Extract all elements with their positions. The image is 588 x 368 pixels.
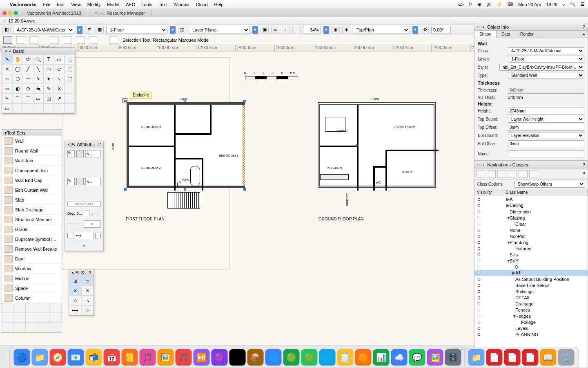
ts-mode-11[interactable] (2, 323, 14, 332)
dock[interactable]: 🔵📁🧭📧📬📅📒🎵🖼️🎵⏯️🟣Ⓥ📦🌐🟢🟢🌐🗒️🟠📊☁️💬🖼️🗄️📁📄📄📄📖🗑️ (9, 347, 579, 368)
tool-21[interactable]: ▱ (2, 84, 12, 94)
dock-app-13[interactable]: 📦 (247, 349, 264, 366)
tool-31[interactable]: ▭ (33, 94, 43, 103)
ts-mode-5[interactable] (50, 303, 62, 313)
snap-edge-icon[interactable]: ↘ (81, 296, 94, 305)
clock-time[interactable]: 18:29 (546, 2, 557, 7)
zoom-dropdown-arrow[interactable]: ▾ (323, 26, 329, 34)
tool-15[interactable]: ⬡ (12, 74, 22, 84)
ground-floor-plan[interactable]: DINING KITCHEN LIVING ROOM STUDY WC (318, 102, 436, 188)
tool-40[interactable] (54, 103, 64, 113)
traffic-min[interactable] (8, 11, 12, 15)
menu-model[interactable]: Model (107, 2, 119, 7)
toolset-slab[interactable]: Slab (2, 195, 62, 205)
toolset-column[interactable]: Column (2, 293, 62, 303)
tool-13[interactable]: ⬚ (65, 64, 75, 74)
zoom-out-icon[interactable]: − (292, 26, 301, 34)
app-name[interactable]: Vectorworks (10, 2, 36, 7)
mode-oval-icon[interactable] (76, 36, 85, 44)
tool-7[interactable]: ✕ (2, 64, 12, 74)
volume-icon[interactable]: 🔊 (486, 2, 492, 7)
mode-poly-icon[interactable] (29, 36, 38, 44)
snap-intersect-icon[interactable]: ✕ (81, 286, 94, 296)
wifi-icon[interactable]: ◉ (477, 2, 481, 7)
bot-offset-field[interactable] (508, 140, 584, 147)
plane-dropdown-arrow[interactable]: ▾ (252, 26, 258, 34)
menu-window[interactable]: Window (174, 2, 189, 7)
dock-app-28[interactable]: 📄 (522, 349, 539, 366)
tool-8[interactable]: ◯ (12, 64, 22, 74)
class-row[interactable]: Buildings (474, 288, 588, 294)
nav-sheet-icon[interactable] (497, 170, 506, 177)
dock-icon[interactable]: ⇱ (76, 270, 79, 276)
toolset-wall-join[interactable]: Wall Join (2, 156, 62, 166)
dock-app-22[interactable]: 💬 (409, 349, 425, 366)
menu-cloud[interactable]: Cloud (196, 2, 208, 7)
close-icon[interactable]: × (67, 142, 70, 147)
attributes-palette[interactable]: ×⇱Attribut...? ✎N... ✎N... 100%/100% Dro… (65, 141, 104, 251)
ts-mode-13[interactable] (26, 323, 38, 332)
snap-tangent-icon[interactable]: ○ (81, 305, 94, 315)
toolset-space[interactable]: Space (2, 283, 62, 293)
class-dropdown[interactable]: A-EF-25-10-M-WallExternal (13, 26, 74, 34)
angle-field[interactable] (431, 26, 451, 34)
tool-11[interactable]: ▭ (44, 64, 54, 74)
visibility-icon[interactable] (476, 210, 482, 214)
shadow-settings-icon[interactable]: ⋯ (91, 211, 96, 216)
expand-icon[interactable]: ▸ (580, 31, 588, 38)
visibility-icon[interactable] (476, 277, 482, 281)
ts-mode-4[interactable] (38, 303, 50, 313)
nav-class-list[interactable]: ▶A▶CeilingDimension▼GlazingClearNoneNonP… (474, 196, 588, 368)
class-row[interactable]: As Setout Building Position (474, 276, 588, 282)
menu-text[interactable]: Text (158, 2, 167, 7)
pen-style[interactable]: N... (85, 178, 101, 185)
help-icon[interactable]: ? (583, 25, 585, 29)
rotate-icon[interactable]: ⟲ (421, 26, 429, 34)
close-doc-icon[interactable]: × (3, 18, 6, 23)
visibility-icon[interactable] (476, 204, 482, 208)
ts-mode-8[interactable] (26, 313, 38, 323)
tool-41[interactable] (65, 103, 75, 113)
ts-mode-1[interactable] (2, 303, 14, 313)
bluetooth-icon[interactable]: ⌵ (562, 2, 565, 7)
visibility-icon[interactable] (476, 302, 482, 306)
dock-app-7[interactable]: 🎵 (140, 349, 156, 366)
visibility-icon[interactable] (476, 289, 482, 294)
dock-app-18[interactable]: 🗒️ (337, 349, 354, 366)
visibility-icon[interactable] (476, 222, 482, 226)
notifications-icon[interactable]: ☰ (581, 2, 585, 7)
first-floor-plan[interactable]: BEDROOM 3 BEDROOM 2 BATH BEDROOM 1 (127, 102, 245, 188)
tool-23[interactable]: ⊙ (23, 84, 33, 94)
battery-icon[interactable]: ⚡ (497, 2, 503, 7)
spotlight-icon[interactable]: 🔍 (570, 2, 576, 7)
help-icon[interactable]: ? (98, 142, 101, 147)
menu-help[interactable]: Help (214, 2, 224, 7)
zoom-in-icon[interactable]: + (282, 26, 290, 34)
visibility-icon[interactable] (476, 308, 482, 312)
tool-3[interactable]: 🔍 (33, 54, 43, 64)
layer-field[interactable]: 1-Floor (508, 56, 584, 63)
class-row[interactable]: None (474, 227, 588, 233)
dock-app-23[interactable]: 🖼️ (427, 349, 443, 366)
marker-style[interactable]: ⟷ (75, 232, 94, 239)
visibility-icon[interactable] (476, 296, 482, 300)
class-dropdown-arrow[interactable]: ▾ (77, 26, 82, 34)
tool-33[interactable]: ↗ (54, 94, 64, 103)
tool-9[interactable]: ╱ (23, 64, 33, 74)
visibility-icon[interactable] (476, 259, 482, 263)
tool-30[interactable]: ⌒ (23, 94, 33, 103)
ts-mode-9[interactable] (38, 313, 50, 323)
tool-19[interactable]: ↖ (54, 74, 64, 84)
class-row[interactable]: Clear (474, 221, 588, 227)
class-row[interactable]: 0 (474, 264, 588, 270)
dock-app-4[interactable]: 📬 (86, 349, 102, 366)
tool-20[interactable]: ⬚ (65, 74, 75, 84)
height-field[interactable] (508, 108, 584, 114)
ts-mode-10[interactable] (50, 313, 62, 323)
visibility-icon[interactable] (476, 234, 482, 238)
plane-dropdown[interactable]: Layer Plane (189, 26, 250, 34)
dock-app-27[interactable]: 📄 (504, 349, 521, 366)
basic-tool-palette[interactable]: ×+Basic ↖✋⟳🔍T▭⬚✕◯╱╲▭⬭⬚○⬡〰✎✦↖⬚▱◐⊙⇋✎✕✂⌒⌒▭◫… (2, 47, 75, 114)
marker-start[interactable] (67, 233, 73, 238)
toolset-duplicate-symbol-i-[interactable]: Duplicate Symbol i... (2, 234, 62, 244)
